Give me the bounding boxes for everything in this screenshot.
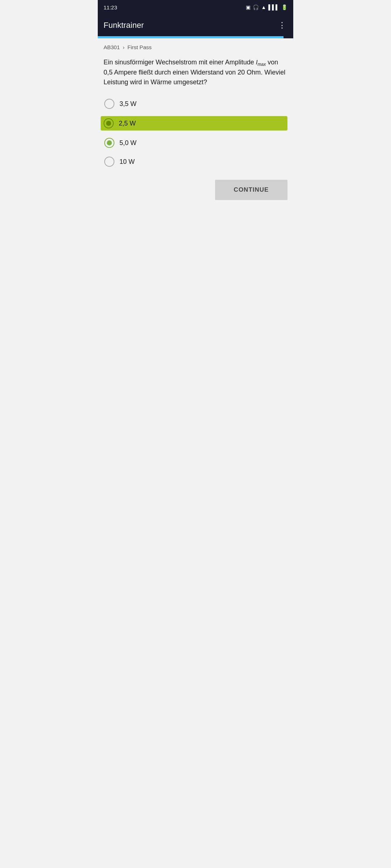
answer-option-a[interactable]: 3,5 W [104,97,287,110]
radio-b-inner [106,121,111,126]
radio-d [104,157,114,167]
breadcrumb-separator: › [123,44,125,50]
question-math-symbol: Imax [256,59,266,66]
wifi-icon: ▲ [261,4,266,10]
signal-icon: ▌▌▌ [268,4,279,10]
answer-label-c: 5,0 W [119,139,136,147]
app-bar: Funktrainer ⋮ [98,14,293,36]
answer-option-b[interactable]: 2,5 W [101,116,287,131]
content-area: AB301 › First Pass Ein sinusförmiger Wec… [98,38,293,209]
breadcrumb-category: AB301 [104,44,120,50]
answer-label-b: 2,5 W [119,120,136,127]
more-options-icon[interactable]: ⋮ [277,19,287,31]
breadcrumb: AB301 › First Pass [104,44,287,50]
answer-option-d[interactable]: 10 W [104,155,287,168]
sim-icon: ▣ [246,4,251,10]
status-bar: 11:23 ▣ 🎧 ▲ ▌▌▌ 🔋 [98,0,293,14]
radio-a [104,99,114,109]
breadcrumb-subcategory: First Pass [127,44,152,50]
status-icons: ▣ 🎧 ▲ ▌▌▌ 🔋 [246,4,287,10]
radio-b [104,118,114,128]
button-row: CONTINUE [104,180,287,200]
answer-options: 3,5 W 2,5 W 5,0 W 10 W [104,97,287,168]
status-time: 11:23 [104,4,117,10]
battery-icon: 🔋 [281,4,287,10]
answer-option-c[interactable]: 5,0 W [104,136,287,149]
app-title: Funktrainer [104,21,144,30]
question-text: Ein sinusförmiger Wechselstrom mit einer… [104,58,287,87]
question-text-part1: Ein sinusförmiger Wechselstrom mit einer… [104,59,256,66]
answer-label-a: 3,5 W [119,100,136,108]
answer-label-d: 10 W [119,158,135,166]
radio-c-inner [107,140,112,145]
continue-button[interactable]: CONTINUE [215,180,287,200]
headset-icon: 🎧 [253,4,259,10]
radio-c [104,138,114,148]
